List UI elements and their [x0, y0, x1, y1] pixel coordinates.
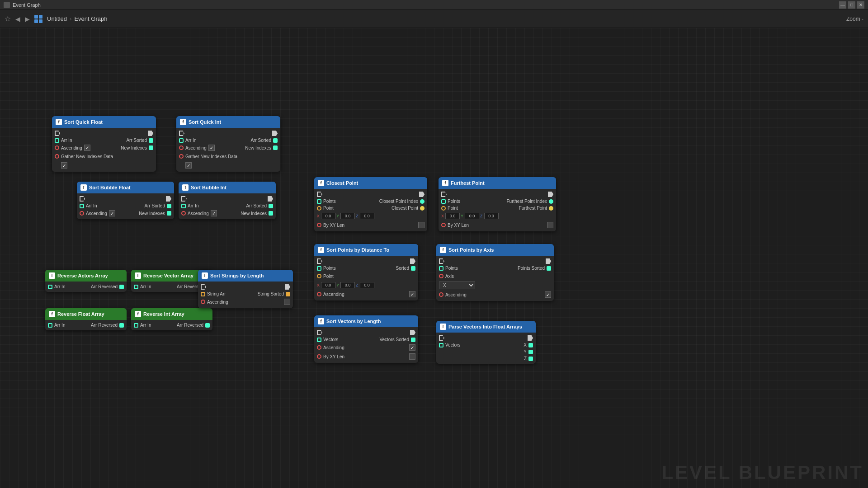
arr-in-pin	[134, 285, 138, 289]
point-pin	[317, 274, 321, 278]
arr-in-label: Arr In	[61, 138, 72, 143]
exec-in-pin	[179, 131, 184, 136]
sort-vectors-by-length-node: f Sort Vectors by Length Vectors Vectors…	[314, 315, 418, 363]
exec-in-pin	[441, 192, 447, 197]
y-input[interactable]	[465, 213, 479, 219]
z-input[interactable]	[360, 282, 374, 288]
func-icon: f	[135, 272, 141, 279]
exec-in-pin	[317, 192, 322, 197]
arr-reversed-pin	[119, 285, 124, 289]
close-button[interactable]: ✕	[857, 1, 864, 9]
func-icon: f	[80, 184, 87, 191]
title-bar-text: Event Graph	[13, 2, 41, 8]
sort-points-distance-header: f Sort Points by Distance To	[314, 244, 418, 256]
sort-bubble-float-header: f Sort Bubble Float	[77, 182, 174, 193]
reverse-actors-array-node: f Reverse Actors Array Arr In Arr Revers…	[45, 270, 127, 292]
gather-checkbox[interactable]	[61, 162, 67, 169]
ascending-checkbox[interactable]	[211, 210, 217, 216]
breadcrumb-event-graph[interactable]: Event Graph	[74, 15, 107, 22]
reverse-vector-title: Reverse Vector Array	[143, 273, 193, 278]
gather-row: Gather New Indexes Data	[52, 152, 156, 161]
breadcrumb: Untitled › Event Graph	[47, 15, 107, 22]
func-icon: f	[135, 311, 141, 317]
sort-bubble-float-node: f Sort Bubble Float Arr In Arr Sorted	[77, 182, 174, 219]
sort-quick-int-header: f Sort Quick Int	[176, 116, 280, 128]
exec-in-pin	[80, 196, 85, 202]
byxylen-checkbox[interactable]	[547, 222, 553, 228]
func-icon: f	[56, 119, 62, 125]
z-input[interactable]	[484, 213, 499, 219]
y-pin	[528, 350, 533, 354]
z-input[interactable]	[360, 213, 374, 219]
gather-checkbox[interactable]	[185, 162, 192, 169]
byxylen-pin	[317, 223, 321, 227]
z-pin	[528, 357, 533, 361]
ascending-checkbox[interactable]	[109, 210, 115, 216]
reverse-int-array-node: f Reverse Int Array Arr In Arr Reversed	[131, 308, 212, 330]
reverse-float-title: Reverse Float Array	[57, 311, 104, 317]
x-input[interactable]	[445, 213, 460, 219]
maximize-button[interactable]: □	[848, 1, 855, 9]
reverse-actors-array-header: f Reverse Actors Array	[45, 270, 127, 282]
arr-sorted-pin	[149, 138, 153, 143]
exec-out-pin	[410, 258, 415, 264]
byxylen-pin	[441, 223, 446, 227]
ascending-pin	[439, 292, 443, 297]
canvas[interactable]: f Sort Quick Float Arr In Arr Sorted	[0, 28, 868, 488]
ascending-label: Ascending	[61, 145, 82, 150]
back-arrow-icon[interactable]: ◀	[15, 15, 20, 23]
axis-pin	[439, 274, 443, 278]
x-input[interactable]	[321, 282, 335, 288]
y-input[interactable]	[340, 213, 355, 219]
sort-bubble-int-title: Sort Bubble Int	[191, 185, 226, 190]
exec-out-pin	[548, 192, 553, 197]
sort-vectors-title: Sort Vectors by Length	[326, 319, 381, 324]
ascending-checkbox[interactable]	[208, 145, 215, 151]
ascending-row: Ascending New Indexes	[52, 144, 156, 152]
arr-sorted-pin	[273, 138, 278, 143]
exec-in-pin	[439, 335, 444, 341]
new-indexes-pin	[149, 145, 153, 150]
arr-in-pin	[134, 323, 138, 328]
axis-select[interactable]: X Y Z	[439, 282, 475, 289]
byxylen-checkbox[interactable]	[418, 222, 425, 228]
ascending-checkbox[interactable]	[409, 344, 415, 351]
sorted-pin	[411, 266, 415, 271]
ascending-checkbox[interactable]	[284, 299, 290, 305]
x-input[interactable]	[321, 213, 335, 219]
string-arr-pin	[201, 292, 205, 296]
parse-vectors-title: Parse Vectors Into Float Arrays	[448, 324, 522, 329]
arr-sorted-pin	[269, 204, 273, 208]
favorite-icon[interactable]: ☆	[5, 14, 11, 23]
exec-out-pin	[285, 284, 290, 290]
vector-inputs: X Y Z	[317, 213, 374, 219]
vectors-pin	[317, 338, 321, 342]
exec-in-pin	[181, 196, 187, 202]
byxylen-pin	[317, 354, 321, 359]
grid-icon	[34, 15, 42, 23]
ascending-checkbox[interactable]	[409, 291, 415, 297]
y-input[interactable]	[340, 282, 355, 288]
closest-point-header: f Closest Point	[314, 177, 427, 189]
sort-quick-float-title: Sort Quick Float	[64, 119, 103, 125]
minimize-button[interactable]: —	[839, 1, 846, 9]
furthest-point-title: Furthest Point	[451, 180, 485, 186]
arr-in-pin	[80, 204, 84, 208]
sort-bubble-int-header: f Sort Bubble Int	[179, 182, 276, 193]
breadcrumb-untitled[interactable]: Untitled	[47, 15, 67, 22]
ascending-checkbox[interactable]	[84, 145, 90, 151]
func-icon: f	[318, 318, 324, 324]
byxylen-checkbox[interactable]	[409, 353, 415, 360]
point-in-pin	[317, 206, 321, 211]
vector-inputs: X Y Z	[441, 213, 499, 219]
ascending-checkbox[interactable]	[545, 291, 551, 298]
ascending-pin	[201, 300, 205, 304]
new-indexes-label: New Indexes	[121, 145, 147, 150]
arr-reversed-pin	[205, 323, 210, 328]
points-pin	[439, 266, 443, 271]
func-icon: f	[202, 272, 208, 279]
arr-sorted-label: Arr Sorted	[126, 138, 147, 143]
ascending-pin	[179, 145, 184, 150]
forward-arrow-icon[interactable]: ▶	[25, 15, 30, 23]
vectors-pin	[439, 343, 443, 347]
